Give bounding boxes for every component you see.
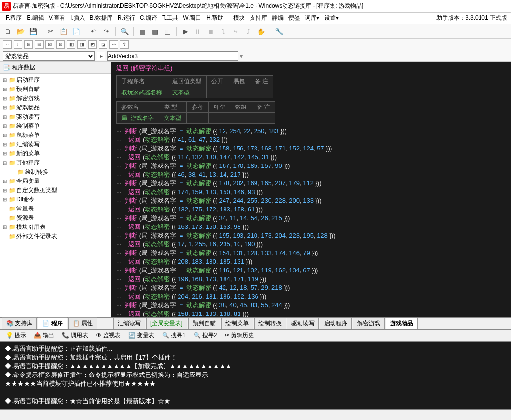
code-line[interactable]: ··· 判断 (局_游戏名字 ＝ 动态解密 ({ 195, 193, 210, … bbox=[116, 231, 506, 240]
sbtn-8[interactable]: ◨ bbox=[77, 40, 86, 49]
code-line[interactable]: ··· 返回 (动态解密 ({ 117, 132, 130, 147, 142,… bbox=[116, 153, 506, 162]
expand-icon[interactable]: ⊞ bbox=[2, 133, 8, 138]
otab-cliphistory[interactable]: ✂剪辑历史 bbox=[222, 330, 257, 341]
editor-tab[interactable]: 解密游戏 bbox=[353, 317, 385, 329]
menu-tools[interactable]: T.工具 bbox=[160, 13, 180, 23]
sbtn-2[interactable]: ↕ bbox=[14, 40, 22, 49]
menu-settings[interactable]: 设置▾ bbox=[322, 13, 341, 23]
expand-icon[interactable]: ⊞ bbox=[2, 225, 8, 230]
otab-vars[interactable]: 🔄变量表 bbox=[125, 330, 157, 341]
editor-tab[interactable]: 汇编读写 bbox=[113, 317, 145, 329]
tree-item[interactable]: 📁外部文件记录表 bbox=[2, 232, 109, 241]
menu-static[interactable]: 静编 bbox=[270, 13, 286, 23]
expand-icon[interactable]: ⊟ bbox=[2, 160, 8, 165]
code-line[interactable]: ··· 判断 (局_游戏名字 ＝ 动态解密 ({ 42, 12, 18, 57,… bbox=[116, 284, 506, 292]
tree-item[interactable]: ⊞📁全局变量 bbox=[2, 177, 109, 186]
code-editor[interactable]: 返回 (解密字符串组) 子程序名返回值类型公开易包备 注 取玩家武器名称文本型 … bbox=[111, 62, 511, 317]
sbtn-1[interactable]: ↔ bbox=[3, 40, 12, 49]
code-line[interactable]: ··· 判断 (局_游戏名字 ＝ 动态解密 ({ 158, 156, 173, … bbox=[116, 144, 506, 153]
tree-item[interactable]: ⊞📁启动程序 bbox=[2, 75, 109, 85]
sbtn-4[interactable]: ⊟ bbox=[35, 40, 44, 49]
pause-icon[interactable]: ⏸ bbox=[193, 27, 203, 36]
code-line[interactable]: ··· 返回 (动态解密 ({ 174, 159, 183, 150, 146,… bbox=[116, 188, 506, 196]
layout3-icon[interactable]: ▥ bbox=[163, 27, 172, 36]
editor-tab[interactable]: 绘制转换 bbox=[254, 317, 286, 329]
tree-item[interactable]: ⊞📁Dll命令 bbox=[2, 195, 109, 204]
code-line[interactable]: ··· 返回 (动态解密 ({ 158, 131, 133, 138, 81 }… bbox=[116, 310, 506, 317]
menu-module[interactable]: 模块 bbox=[231, 13, 247, 23]
expand-icon[interactable]: ⊞ bbox=[2, 114, 8, 120]
output-panel[interactable]: ◆.易语言助手提醒您：正在加载插件...◆.易语言助手提醒您：加载插件完成，共启… bbox=[0, 342, 511, 409]
menu-database[interactable]: B.数据库 bbox=[88, 13, 115, 23]
tree-item[interactable]: ⊞📁汇编读写 bbox=[2, 140, 109, 149]
menu-program[interactable]: F.程序 bbox=[4, 13, 24, 23]
expand-icon[interactable]: ⊞ bbox=[2, 197, 8, 202]
sbtn-10[interactable]: ◪ bbox=[99, 40, 107, 49]
tree-item[interactable]: ⊞📁鼠标菜单 bbox=[2, 131, 109, 140]
sbtn-6[interactable]: ⊡ bbox=[56, 40, 65, 49]
menu-view[interactable]: V.查看 bbox=[47, 13, 67, 23]
code-line[interactable]: ··· 返回 (动态解密 ({ 204, 216, 181, 186, 192,… bbox=[116, 292, 506, 301]
open-file-icon[interactable]: 📂 bbox=[15, 27, 25, 36]
code-line[interactable]: ··· 判断 (局_游戏名字 ＝ 动态解密 ({ 178, 202, 169, … bbox=[116, 179, 506, 188]
cut-icon[interactable]: ✂ bbox=[46, 27, 56, 36]
redo-icon[interactable]: ↷ bbox=[102, 27, 111, 36]
tree-item[interactable]: ⊞📁解密游戏 bbox=[2, 94, 109, 103]
editor-tab[interactable]: 游戏物品 bbox=[386, 317, 418, 329]
stop-icon[interactable]: ⏹ bbox=[206, 27, 215, 36]
code-line[interactable]: ··· 判断 (局_游戏名字 ＝ 动态解密 ({ 12, 254, 22, 25… bbox=[116, 127, 506, 135]
code-line[interactable]: ··· 返回 (动态解密 ({ 208, 183, 180, 185, 131 … bbox=[116, 257, 506, 266]
menu-window[interactable]: W.窗口 bbox=[181, 13, 203, 23]
menu-support[interactable]: 支持库 bbox=[248, 13, 269, 23]
step-over-icon[interactable]: ⤵ bbox=[218, 27, 228, 36]
code-line[interactable]: ··· 判断 (局_游戏名字 ＝ 动态解密 ({ 38, 40, 45, 83,… bbox=[116, 301, 506, 310]
code-line[interactable]: ··· 返回 (动态解密 ({ 196, 168, 173, 184, 171,… bbox=[116, 275, 506, 284]
expand-icon[interactable]: ⊞ bbox=[2, 142, 8, 147]
tool-icon[interactable]: 🔧 bbox=[274, 27, 284, 36]
editor-tab[interactable]: 预判自瞄 bbox=[188, 317, 220, 329]
step-out-icon[interactable]: ⤴ bbox=[243, 27, 253, 36]
code-line[interactable]: ··· 判断 (局_游戏名字 ＝ 动态解密 ({ 116, 121, 132, … bbox=[116, 266, 506, 275]
menu-insert[interactable]: I.插入 bbox=[68, 13, 87, 23]
code-line[interactable]: ··· 返回 (动态解密 ({ 41, 61, 47, 232 })) bbox=[116, 135, 506, 144]
step-into-icon[interactable]: ⤷ bbox=[231, 27, 240, 36]
tab-properties[interactable]: 📋 属性 bbox=[68, 317, 97, 329]
menu-dict[interactable]: 词库▾ bbox=[303, 13, 321, 23]
tree-item[interactable]: ⊞📁模块引用表 bbox=[2, 223, 109, 232]
breakpoint-icon[interactable]: ✋ bbox=[256, 27, 266, 36]
sbtn-11[interactable]: ⇔ bbox=[109, 40, 118, 49]
code-line[interactable]: ··· 返回 (动态解密 ({ 17, 1, 255, 16, 235, 10,… bbox=[116, 240, 506, 249]
editor-tab[interactable]: 绘制菜单 bbox=[221, 317, 253, 329]
expand-icon[interactable]: ⊞ bbox=[2, 105, 8, 110]
copy-icon[interactable]: 📋 bbox=[59, 27, 68, 36]
code-line[interactable]: ··· 判断 (局_游戏名字 ＝ 动态解密 ({ 167, 170, 185, … bbox=[116, 162, 506, 170]
tree-item[interactable]: ⊞📁驱动读写 bbox=[2, 112, 109, 121]
code-lines[interactable]: ··· 判断 (局_游戏名字 ＝ 动态解密 ({ 12, 254, 22, 25… bbox=[116, 127, 506, 317]
tree-item[interactable]: 📁常量表... bbox=[2, 204, 109, 213]
sbtn-7[interactable]: ◧ bbox=[67, 40, 75, 49]
layout2-icon[interactable]: ▤ bbox=[150, 27, 160, 36]
editor-tab[interactable]: 启动程序 bbox=[320, 317, 352, 329]
tree-item[interactable]: 📁资源表 bbox=[2, 213, 109, 223]
tree-item[interactable]: 📁绘制转换 bbox=[2, 167, 109, 177]
sbtn-9[interactable]: ◩ bbox=[88, 40, 97, 49]
save-icon[interactable]: 💾 bbox=[28, 27, 38, 36]
layout1-icon[interactable]: ▦ bbox=[137, 27, 147, 36]
code-line[interactable]: ··· 判断 (局_游戏名字 ＝ 动态解密 ({ 247, 244, 255, … bbox=[116, 196, 506, 205]
expand-icon[interactable]: ⊞ bbox=[2, 188, 8, 193]
menu-edit[interactable]: E.编辑 bbox=[25, 13, 45, 23]
find-icon[interactable]: 🔍 bbox=[120, 27, 129, 36]
editor-tab[interactable]: 驱动读写 bbox=[287, 317, 319, 329]
expand-icon[interactable]: ⊞ bbox=[2, 123, 8, 129]
tree-item[interactable]: ⊞📁游戏物品 bbox=[2, 103, 109, 112]
program-tree[interactable]: ⊞📁启动程序⊞📁预判自瞄⊞📁解密游戏⊞📁游戏物品⊞📁驱动读写⊞📁绘制菜单⊞📁鼠标… bbox=[0, 74, 111, 243]
otab-watch[interactable]: 👁监视表 bbox=[93, 330, 123, 341]
menu-help[interactable]: H.帮助 bbox=[204, 13, 225, 23]
paste-icon[interactable]: 📄 bbox=[71, 27, 81, 36]
otab-search2[interactable]: 🔍搜寻2 bbox=[191, 330, 220, 341]
editor-tab[interactable]: [全局变量表] bbox=[146, 317, 187, 329]
module-selector[interactable]: 游戏物品 bbox=[3, 51, 95, 61]
menu-run[interactable]: R.运行 bbox=[116, 13, 137, 23]
tree-item[interactable]: ⊟📁其他程序 bbox=[2, 158, 109, 167]
expand-icon[interactable]: ⊞ bbox=[2, 179, 8, 184]
